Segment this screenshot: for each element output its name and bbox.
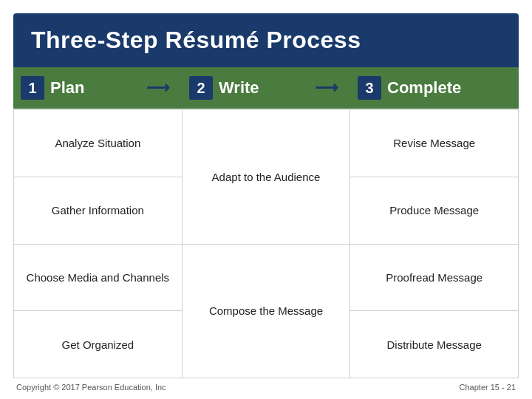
page-container: Three-Step Résumé Process 1 Plan ⟶ 2 Wri… (0, 0, 532, 399)
write-item-2: Compose the Message (183, 245, 350, 378)
col-complete: Revise Message Produce Message Proofread… (350, 110, 518, 378)
write-item-1: Adapt to the Audience (183, 110, 350, 245)
step-label-complete: Complete (387, 78, 461, 98)
col-write: Adapt to the Audience Compose the Messag… (183, 110, 351, 378)
step-label-write: Write (219, 78, 259, 98)
arrow-2: ⟶ (315, 78, 343, 98)
step-label-plan: Plan (50, 78, 84, 98)
arrow-1: ⟶ (146, 78, 174, 98)
step-number-2: 2 (189, 76, 213, 100)
step-write: 2 Write ⟶ (182, 67, 350, 109)
complete-item-1: Revise Message (350, 110, 518, 177)
footer: Copyright © 2017 Pearson Education, Inc … (13, 378, 519, 392)
step-number-1: 1 (21, 76, 44, 100)
chapter: Chapter 15 - 21 (460, 383, 516, 392)
copyright: Copyright © 2017 Pearson Education, Inc (16, 383, 166, 392)
complete-item-4: Distribute Message (350, 311, 518, 378)
plan-item-4: Get Organized (14, 311, 182, 378)
step-plan: 1 Plan ⟶ (13, 67, 182, 109)
content-area: Analyze Situation Gather Information Cho… (13, 110, 519, 378)
step-header: 1 Plan ⟶ 2 Write ⟶ 3 Complete (13, 67, 519, 110)
step-number-3: 3 (358, 76, 381, 100)
step-complete: 3 Complete (350, 67, 519, 109)
plan-item-3: Choose Media and Channels (14, 245, 182, 312)
plan-item-1: Analyze Situation (14, 110, 182, 177)
complete-item-2: Produce Message (350, 177, 518, 245)
col-plan: Analyze Situation Gather Information Cho… (14, 110, 183, 378)
plan-item-2: Gather Information (14, 177, 182, 245)
complete-item-3: Proofread Message (350, 245, 518, 312)
title-bar: Three-Step Résumé Process (13, 13, 519, 67)
page-title: Three-Step Résumé Process (31, 27, 361, 53)
